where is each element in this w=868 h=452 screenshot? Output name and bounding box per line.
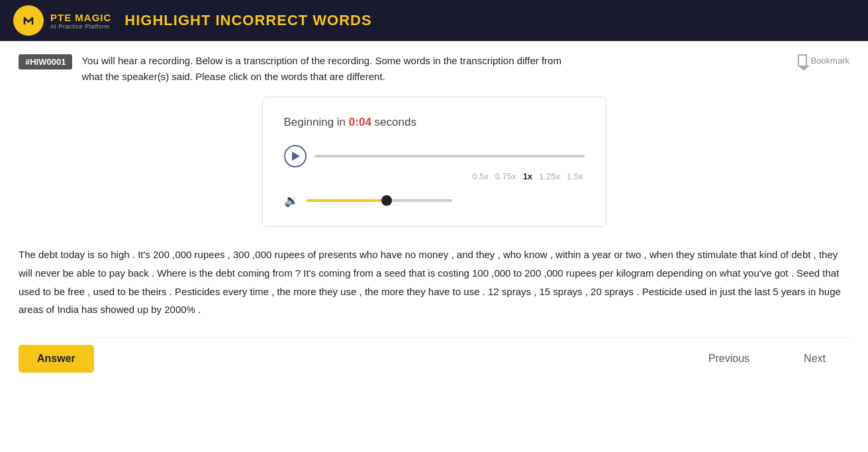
word[interactable]: 100 [472,267,491,279]
word[interactable]: , [451,249,456,260]
word[interactable]: , [87,286,93,297]
speed-1.25x[interactable]: 1.25x [539,171,560,181]
word[interactable]: per [599,267,616,279]
word[interactable]: from [354,267,376,279]
progress-bar[interactable] [314,155,585,158]
word[interactable]: they [407,286,428,297]
word[interactable]: of [781,249,792,260]
word[interactable]: ,000 [252,249,274,260]
word[interactable]: 5 [773,286,781,297]
word[interactable]: be [128,286,142,297]
word[interactable]: who [360,249,381,260]
word[interactable]: , [644,249,650,260]
word[interactable]: debt [38,249,60,260]
word[interactable]: in [808,286,819,297]
word[interactable]: high [111,249,132,260]
word[interactable]: they [319,286,341,297]
word[interactable]: sprays [502,286,534,297]
word[interactable]: 15 [540,286,554,297]
word[interactable]: pay [109,267,128,279]
word[interactable]: . [483,286,488,297]
word[interactable]: seed [384,267,409,279]
word[interactable]: India [57,304,81,315]
word[interactable]: two [626,249,644,260]
word[interactable]: the [277,286,293,297]
word[interactable]: 200 [524,267,544,279]
word[interactable]: , [534,286,539,297]
word[interactable]: free [68,286,87,297]
word[interactable]: that [822,267,839,279]
word[interactable]: kilogram [616,267,657,279]
word[interactable]: the [365,286,381,297]
word[interactable]: have [428,286,453,297]
word[interactable]: The [19,249,38,260]
word[interactable]: is [189,267,199,279]
word[interactable]: you've [744,267,775,279]
word[interactable]: able [77,267,99,279]
word[interactable]: areas [19,304,46,315]
next-button[interactable]: Next [780,345,849,373]
word[interactable]: presents [318,249,360,260]
word[interactable]: years [781,286,808,297]
word[interactable]: rupees [275,249,308,260]
word[interactable]: from [273,267,295,279]
word[interactable]: It's [303,267,318,279]
word[interactable]: ? [295,267,304,279]
word[interactable]: kind [759,249,781,260]
word[interactable]: be [63,267,77,279]
word[interactable]: ,000 [172,249,194,260]
word[interactable]: of [308,249,319,260]
word[interactable]: the [738,286,755,297]
word[interactable]: It's [138,249,153,260]
word[interactable]: back [128,267,152,279]
word[interactable]: they [676,249,698,260]
word[interactable]: is [428,267,438,279]
word[interactable]: within [555,249,584,260]
word[interactable]: . [791,267,796,279]
word[interactable]: sprays [553,286,585,297]
play-button[interactable] [284,145,307,167]
word[interactable]: got [775,267,791,279]
word[interactable]: what [720,267,744,279]
word[interactable]: in [709,286,720,297]
word[interactable]: to [43,286,54,297]
word[interactable]: . [636,286,642,297]
word[interactable]: , [228,249,233,260]
word[interactable]: and [457,249,476,260]
word[interactable]: money [418,249,451,260]
word[interactable]: more [381,286,407,297]
word[interactable]: will [19,267,35,279]
word[interactable]: to [98,267,109,279]
word[interactable]: coming [318,267,354,279]
word[interactable]: . [169,286,175,297]
word[interactable]: use [463,286,482,297]
word[interactable]: never [35,267,63,279]
word[interactable]: debt [791,249,813,260]
word[interactable]: debt [216,267,238,279]
speed-1.5x[interactable]: 1.5x [567,171,583,181]
word[interactable]: a [376,267,385,279]
word[interactable]: , [585,286,591,297]
word[interactable]: today [60,249,87,260]
word[interactable]: used [685,286,710,297]
word[interactable]: to [117,286,128,297]
word[interactable]: to [514,267,525,279]
word[interactable]: 300 [233,249,252,260]
word[interactable]: depending [657,267,706,279]
word[interactable]: a [584,249,593,260]
word[interactable]: year [592,249,614,260]
word[interactable]: huge [819,286,841,297]
word[interactable]: has [81,304,100,315]
word[interactable]: rupees [195,249,228,260]
speed-0.5x[interactable]: 0.5x [472,171,489,181]
word[interactable]: 200 [153,249,172,260]
word[interactable]: just [720,286,738,297]
previous-button[interactable]: Previous [685,345,773,373]
word[interactable]: stimulate [697,249,740,260]
word[interactable]: they [819,249,838,260]
word[interactable]: used [19,286,43,297]
word[interactable]: time [250,286,271,297]
word[interactable]: Pesticides [175,286,223,297]
word[interactable]: sprays [604,286,636,297]
word[interactable]: every [223,286,250,297]
